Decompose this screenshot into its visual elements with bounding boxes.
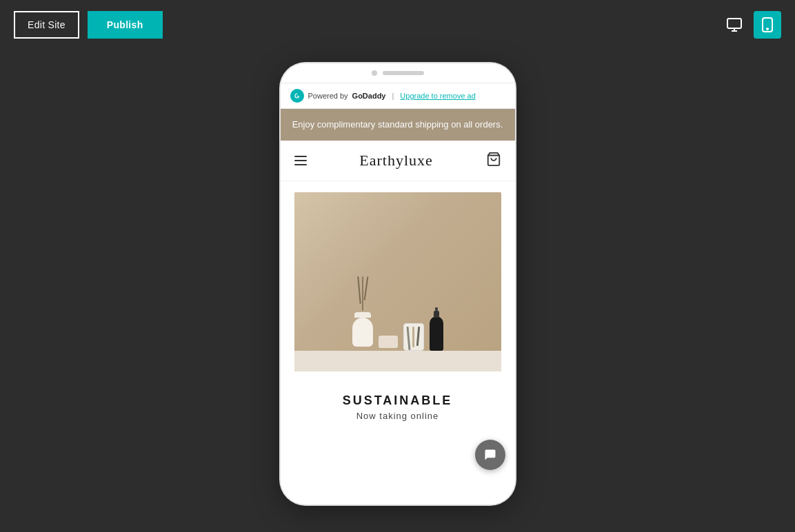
- hamburger-line-2: [294, 160, 307, 161]
- phone-frame: Powered by GoDaddy | Upgrade to remove a…: [281, 63, 515, 504]
- hero-items: [352, 276, 443, 351]
- chat-button[interactable]: [475, 440, 505, 470]
- hamburger-line-1: [294, 156, 307, 157]
- phone-icon: [759, 17, 776, 33]
- phone-top-bar: [281, 63, 515, 83]
- chat-icon: [483, 448, 497, 462]
- separator: |: [392, 92, 394, 100]
- svg-point-4: [767, 28, 768, 30]
- toolbar-icons: [721, 11, 781, 39]
- shipping-banner: Enjoy complimentary standard shipping on…: [281, 109, 515, 141]
- site-header: Earthyluxe: [281, 141, 515, 181]
- publish-button[interactable]: Publish: [88, 11, 163, 39]
- hero-illustration: [294, 192, 501, 371]
- powered-by-text: Powered by: [308, 92, 348, 100]
- cart-button[interactable]: [486, 152, 501, 170]
- sustainable-headline: SUSTAINABLE: [294, 393, 501, 408]
- svg-rect-0: [727, 19, 741, 28]
- cart-icon: [486, 152, 501, 167]
- upgrade-link[interactable]: Upgrade to remove ad: [400, 92, 475, 100]
- site-bottom: SUSTAINABLE Now taking online: [281, 382, 515, 427]
- online-subheading: Now taking online: [294, 411, 501, 421]
- mobile-view-button[interactable]: [754, 11, 781, 39]
- phone-screen: Powered by GoDaddy | Upgrade to remove a…: [281, 83, 515, 504]
- hero-platform: [294, 351, 501, 371]
- phone-speaker: [383, 71, 424, 75]
- godaddy-logo: [290, 89, 304, 103]
- toolbar: Edit Site Publish: [0, 0, 795, 50]
- monitor-icon: [726, 17, 743, 33]
- hamburger-menu[interactable]: [294, 156, 307, 165]
- godaddy-brand-text: GoDaddy: [352, 92, 386, 100]
- desktop-view-button[interactable]: [721, 11, 748, 39]
- phone-dot: [372, 70, 377, 76]
- shipping-text: Enjoy complimentary standard shipping on…: [292, 119, 503, 130]
- godaddy-logo-icon: [292, 91, 302, 101]
- hero-image: [294, 192, 501, 371]
- edit-site-button[interactable]: Edit Site: [14, 11, 79, 39]
- hamburger-line-3: [294, 164, 307, 165]
- preview-area: Powered by GoDaddy | Upgrade to remove a…: [0, 50, 795, 504]
- godaddy-banner: Powered by GoDaddy | Upgrade to remove a…: [281, 83, 515, 109]
- site-logo: Earthyluxe: [359, 152, 433, 170]
